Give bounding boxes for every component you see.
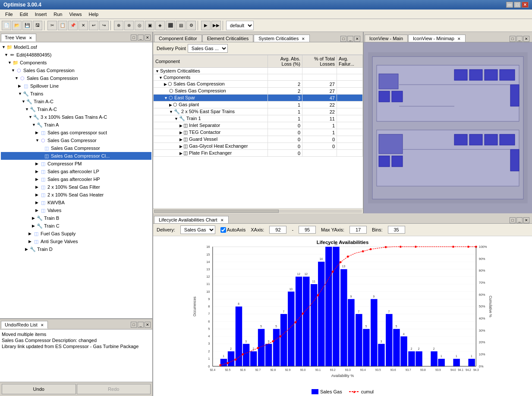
system-crit-tab-close[interactable]: ✕ [302, 37, 305, 41]
tree-node-trainB[interactable]: ▶ 🔧 Train B [1, 214, 151, 222]
tool5-button[interactable]: ◈ [155, 21, 165, 30]
tree-node-trainC[interactable]: ▶ 🔧 Train C [1, 222, 151, 230]
redo-toolbar-button[interactable]: ↪ [99, 21, 109, 30]
table-row[interactable]: ▼System Criticalities [154, 68, 363, 74]
table-row[interactable]: ▶⬡ Gas plant 122 [154, 101, 363, 108]
tool3-button[interactable]: ◎ [135, 21, 144, 30]
iconview-close[interactable]: ✕ [523, 36, 529, 42]
tree-node-comp-pm[interactable]: ▶ ◫ Compressor PM [1, 160, 151, 168]
tab-component-editor[interactable]: Component Editor [154, 35, 202, 42]
tree-node-kwvba[interactable]: ▶ ◫ KWVBA [1, 199, 151, 206]
menu-help[interactable]: Help [85, 11, 102, 18]
tool7-button[interactable]: ▤ [176, 21, 186, 30]
new-button[interactable]: 📄 [2, 21, 11, 30]
menu-file[interactable]: File [2, 11, 16, 18]
save-button[interactable]: 💾 [22, 21, 32, 30]
iconview-tab-close[interactable]: ✕ [457, 37, 461, 41]
tree-view-tab-close[interactable]: ✕ [29, 36, 32, 40]
table-row-east-spar[interactable]: ▼⬡ East Spar 347 [154, 95, 363, 101]
tree-node-aftercooler-lp[interactable]: ▶ ◫ Sales gas aftercooler LP [1, 168, 151, 175]
iconview-min[interactable]: _ [516, 36, 523, 42]
tree-node-sgc[interactable]: ▼ ⬡ Sales Gas Compression [1, 67, 151, 74]
table-row[interactable]: ▶◫ Gas-Glycol Heat Exchanger 00 [154, 143, 363, 150]
tree-node-anti-surge[interactable]: ▶ ◫ Anti Surge Valves [1, 238, 151, 245]
tab-iconview-main[interactable]: IconView - Main [365, 35, 408, 42]
tool1-button[interactable]: ⊕ [114, 21, 123, 30]
delivery-dropdown[interactable]: Sales Gas ... [188, 44, 228, 53]
tool4-button[interactable]: ▣ [145, 21, 154, 30]
tree-node-spillover[interactable]: ▶ ◫ Spillover Line [1, 82, 151, 90]
center-min[interactable]: _ [347, 36, 353, 42]
tree-node-trainD[interactable]: ▶ 🔧 Train D [1, 245, 151, 253]
table-row[interactable]: ▼🔧 Train 1 111 [154, 115, 363, 122]
tree-node-trainac[interactable]: ▼ 🔧 Train A-C [1, 105, 151, 113]
tree-node-components[interactable]: ▼ 📁 Components [1, 59, 151, 67]
table-row[interactable]: ▶◫ Guard Vessel 00 [154, 136, 363, 143]
center-pin[interactable]: □ [340, 36, 346, 42]
chart-pin[interactable]: □ [510, 217, 516, 223]
xaxis-from-input[interactable] [269, 226, 286, 234]
xaxis-to-input[interactable] [299, 226, 316, 234]
tree-node-trains3x[interactable]: ▼ 🔧 3 x 100% Sales Gas Trains A-C [1, 113, 151, 121]
menu-insert[interactable]: Insert [31, 11, 50, 18]
tab-iconview-minimap[interactable]: IconView - Minimap ✕ [408, 35, 466, 42]
undo-panel-min[interactable]: _ [138, 322, 144, 328]
tab-lifecycle-chart[interactable]: Lifecycle Availabilities Chart ✕ [154, 216, 229, 223]
undo-panel-pin[interactable]: □ [131, 322, 137, 328]
save-all-button[interactable]: 🖫 [33, 21, 42, 30]
undo-toolbar-button[interactable]: ↩ [89, 21, 98, 30]
autoaxis-checkbox[interactable] [220, 227, 226, 233]
undo-redo-tab-close[interactable]: ✕ [41, 323, 44, 327]
menu-views[interactable]: Views [66, 11, 85, 18]
tree-node-seal-gas-heater[interactable]: ▶ ◫ 2 x 100% Seal Gas Heater [1, 191, 151, 199]
tree-node-seal-gas-filter[interactable]: ▶ ◫ 2 x 100% Seal Gas Filter [1, 183, 151, 191]
table-row[interactable]: ▶◫ TEG Contactor 01 [154, 129, 363, 136]
paste-button[interactable]: 📌 [68, 21, 78, 30]
undo-button[interactable]: Undo [2, 384, 76, 394]
tree-node-sgc-comp[interactable]: ▼ ⬡ Sales Gas Compressor [1, 136, 151, 144]
open-button[interactable]: 📂 [12, 21, 22, 30]
chart-tab-close[interactable]: ✕ [220, 218, 224, 222]
tree-node-sgc-comp2[interactable]: ◫ Sales Gas Compressor [1, 144, 151, 152]
tree-node-fuel-gas[interactable]: ▶ ◫ Fuel Gas Supply [1, 230, 151, 238]
delete-button[interactable]: ✕ [79, 21, 88, 30]
copy-button[interactable]: 📋 [58, 21, 67, 30]
run2-button[interactable]: ▶▶ [211, 21, 221, 30]
max-yaxis-input[interactable] [349, 226, 367, 234]
tree-node-valves[interactable]: ▶ ◫ Valves [1, 206, 151, 214]
bins-input[interactable] [388, 226, 405, 234]
tab-undo-redo[interactable]: Undo/Redo List ✕ [1, 321, 48, 329]
chart-delivery-dropdown[interactable]: Sales Gas [180, 225, 215, 234]
run1-button[interactable]: ▶ [201, 21, 211, 30]
table-row[interactable]: ▼Components [154, 74, 363, 81]
table-hscrollbar[interactable] [153, 208, 363, 213]
tool2-button[interactable]: ⊗ [124, 21, 134, 30]
table-row[interactable]: ▶◫ Plate Fin Exchanger 0 [154, 150, 363, 157]
tool8-button[interactable]: ⚙ [186, 21, 196, 30]
table-row[interactable]: ▶⬡ Sales Gas Compression 227 [154, 81, 363, 88]
profile-dropdown[interactable]: default [226, 21, 254, 30]
tree-node-sgc2[interactable]: ▼ ⬡ Sales Gas Compression [1, 74, 151, 82]
tree-node-trains[interactable]: ▼ 🔧 Trains [1, 90, 151, 98]
maximize-button[interactable]: □ [514, 2, 521, 8]
menu-run[interactable]: Run [50, 11, 66, 18]
undo-panel-close[interactable]: ✕ [145, 322, 151, 328]
table-row[interactable]: ▼🔧 2 x 50% East Spar Trains 122 [154, 108, 363, 115]
close-button[interactable]: ✕ [522, 2, 529, 8]
tree-view-pin[interactable]: □ [131, 35, 137, 41]
tree-view-close[interactable]: ✕ [145, 35, 151, 41]
tree-node-edit[interactable]: ▼ ✏ Edit(448880495) [1, 51, 151, 59]
table-row[interactable]: ⬡ Sales Gas Compression 227 [154, 88, 363, 95]
menu-edit[interactable]: Edit [16, 11, 31, 18]
tab-tree-view[interactable]: Tree View ✕ [1, 34, 36, 41]
cut-button[interactable]: ✂ [47, 21, 57, 30]
minimize-button[interactable]: — [506, 2, 513, 8]
tool6-button[interactable]: ⬛ [166, 21, 175, 30]
tab-element-criticalities[interactable]: Element Criticalities [202, 35, 254, 42]
redo-button[interactable]: Redo [77, 384, 151, 394]
iconview-pin[interactable]: □ [510, 36, 516, 42]
tree-node-sgc-comp-cl[interactable]: ◫ Sales Gas Compressor Cl... [1, 152, 151, 160]
tree-node-aftercooler-hp[interactable]: ▶ ◫ Sales gas aftercooler HP [1, 175, 151, 183]
tree-node-sgc-suct[interactable]: ▶ ◫ Sales gas compresspor suct [1, 129, 151, 136]
table-row[interactable]: ▶◫ Inlet Separator 01 [154, 122, 363, 129]
